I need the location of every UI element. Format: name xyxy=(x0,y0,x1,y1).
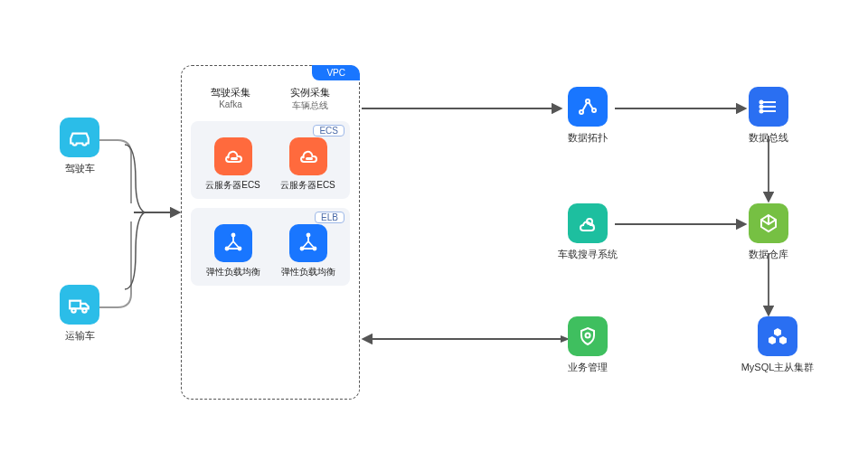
elb-label-0: 弹性负载均衡 xyxy=(206,266,260,278)
ecs-tag: ECS xyxy=(313,125,344,137)
ecs-label-0: 云服务器ECS xyxy=(205,179,260,192)
topo-label: 数据拓扑 xyxy=(568,132,608,144)
car-label: 驾驶车 xyxy=(65,163,95,174)
cluster-icon xyxy=(758,316,797,356)
elb-item-1: 弹性负载均衡 xyxy=(277,224,340,278)
truck-label: 运输车 xyxy=(65,330,95,342)
cloud-server-icon xyxy=(214,137,252,175)
ecs-box: ECS 云服务器ECS 云服务器ECS xyxy=(191,121,350,199)
node-search: 车载搜寻系统 xyxy=(552,203,624,260)
warehouse-icon xyxy=(749,203,788,243)
elb-box: ELB 弹性负载均衡 弹性负载均衡 xyxy=(191,208,350,286)
ecs-item-0: 云服务器ECS xyxy=(202,137,265,192)
node-topo: 数据拓扑 xyxy=(552,87,624,144)
svg-point-8 xyxy=(238,248,241,250)
ecs-item-1: 云服务器ECS xyxy=(277,137,340,192)
bus-label: 数据总线 xyxy=(749,132,788,144)
shield-gear-icon xyxy=(568,316,608,356)
vpc-container: VPC 驾驶采集 Kafka 实例采集 车辆总线 ECS 云服务器ECS 云服务… xyxy=(181,65,360,400)
svg-point-11 xyxy=(313,248,316,250)
elb-item-0: 弹性负载均衡 xyxy=(202,224,265,278)
node-truck: 运输车 xyxy=(43,285,116,342)
svg-point-15 xyxy=(760,101,763,104)
hdr-right-title: 实例采集 xyxy=(270,86,350,99)
hdr-left-title: 驾驶采集 xyxy=(191,86,270,99)
node-mgmt: 业务管理 xyxy=(552,316,624,373)
topo-icon xyxy=(568,87,608,127)
car-icon xyxy=(60,118,99,157)
vpc-tab: VPC xyxy=(312,65,360,80)
svg-point-9 xyxy=(307,234,309,237)
node-warehouse: 数据仓库 xyxy=(732,203,805,260)
mysql-label: MySQL主从集群 xyxy=(741,362,815,373)
elb-tag: ELB xyxy=(315,212,344,223)
truck-icon xyxy=(60,285,99,325)
svg-point-2 xyxy=(71,308,75,312)
container-header: 驾驶采集 Kafka 实例采集 车辆总线 xyxy=(191,86,350,112)
bus-icon xyxy=(749,87,788,127)
hdr-right-sub: 车辆总线 xyxy=(270,99,350,112)
node-mysql: MySQL主从集群 xyxy=(732,316,823,373)
svg-rect-5 xyxy=(306,157,313,160)
mgmt-label: 业务管理 xyxy=(568,362,608,373)
svg-point-6 xyxy=(231,234,234,237)
cloud-server-icon xyxy=(289,137,327,175)
svg-point-16 xyxy=(760,106,763,108)
node-car: 驾驶车 xyxy=(43,118,116,174)
svg-rect-1 xyxy=(70,301,80,309)
svg-point-3 xyxy=(82,308,86,312)
warehouse-label: 数据仓库 xyxy=(749,249,788,260)
cloud-search-icon xyxy=(568,203,608,243)
node-bus: 数据总线 xyxy=(732,87,805,144)
search-label: 车载搜寻系统 xyxy=(558,249,618,260)
load-balancer-icon xyxy=(214,224,252,262)
svg-point-19 xyxy=(586,334,590,338)
svg-point-17 xyxy=(760,110,763,113)
svg-rect-4 xyxy=(231,157,238,160)
hdr-left-sub: Kafka xyxy=(191,99,270,109)
elb-label-1: 弹性负载均衡 xyxy=(281,266,335,278)
load-balancer-icon xyxy=(289,224,327,262)
ecs-label-1: 云服务器ECS xyxy=(280,179,335,192)
svg-point-10 xyxy=(300,248,303,250)
svg-point-7 xyxy=(225,248,228,250)
